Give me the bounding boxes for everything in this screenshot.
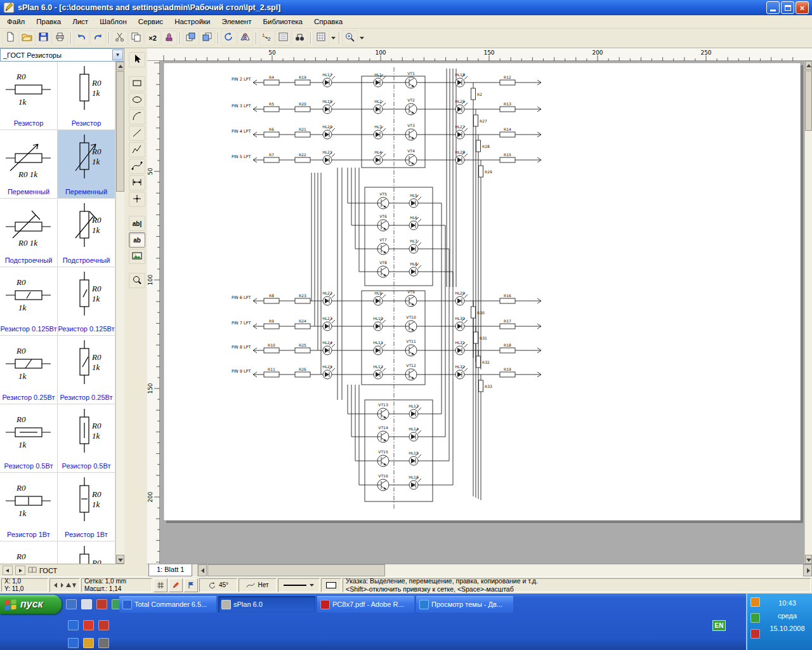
- select-tool[interactable]: [129, 52, 145, 67]
- renumber-button[interactable]: 12: [259, 30, 275, 46]
- duplicate-button[interactable]: ×2: [145, 30, 160, 46]
- quicklaunch-icon-5[interactable]: [68, 620, 79, 630]
- text-tool[interactable]: ab|: [129, 216, 145, 231]
- line-style-selector[interactable]: [278, 578, 320, 592]
- library-item-14[interactable]: R01k: [0, 541, 58, 564]
- quicklaunch-icon-2[interactable]: [81, 599, 92, 609]
- list-button[interactable]: [275, 30, 291, 46]
- fill-style-selector[interactable]: [321, 578, 341, 592]
- quicklaunch-icon-6[interactable]: [83, 620, 94, 630]
- scroll-down-icon[interactable]: [116, 555, 124, 564]
- start-button[interactable]: пуск: [0, 595, 62, 614]
- canvas-vertical-scrollbar[interactable]: [804, 61, 812, 564]
- library-item-1[interactable]: R01kРезистор: [58, 62, 115, 130]
- rotate-button[interactable]: [221, 30, 237, 46]
- quicklaunch-icon-8[interactable]: [68, 638, 79, 648]
- grid-toggle-button[interactable]: [154, 578, 167, 592]
- library-item-4[interactable]: R0 1kПодстроечный: [0, 199, 58, 267]
- nav-pad[interactable]: [49, 578, 80, 592]
- library-item-9[interactable]: R01kРезистор 0.25Вт: [58, 336, 115, 404]
- library-scrollbar[interactable]: [115, 62, 124, 564]
- cut-button[interactable]: [112, 30, 128, 46]
- zoom-button[interactable]: [342, 30, 358, 46]
- library-item-15[interactable]: R01k: [58, 541, 115, 564]
- library-next-button[interactable]: [15, 566, 25, 575]
- rectangle-tool[interactable]: [129, 76, 145, 91]
- textbox-tool[interactable]: ab: [129, 232, 145, 248]
- library-selector[interactable]: _ГОСТ Резисторы: [0, 48, 124, 62]
- undo-button[interactable]: [74, 30, 89, 46]
- print-button[interactable]: [52, 30, 68, 46]
- scroll-up-icon[interactable]: [116, 62, 124, 70]
- library-item-7[interactable]: R01kРезистор 0.125Вт: [58, 267, 115, 336]
- save-button[interactable]: [36, 30, 51, 46]
- sheet-tab[interactable]: 1: Blatt 1: [148, 564, 192, 576]
- menu-element[interactable]: Элемент: [216, 16, 258, 27]
- menu-template[interactable]: Шаблон: [94, 16, 133, 27]
- restore-button[interactable]: [781, 1, 794, 14]
- point-tool[interactable]: [129, 192, 145, 207]
- library-scroll-thumb[interactable]: [116, 71, 124, 192]
- library-item-8[interactable]: R01kРезистор 0.25Вт: [0, 336, 58, 404]
- library-item-11[interactable]: R01kРезистор 0.5Вт: [58, 404, 115, 473]
- scroll-right-icon[interactable]: [803, 564, 812, 576]
- menu-file[interactable]: Файл: [1, 16, 30, 27]
- library-item-10[interactable]: R01kРезистор 0.5Вт: [0, 404, 58, 473]
- menu-service[interactable]: Сервис: [133, 16, 169, 27]
- canvas-vscroll-thumb[interactable]: [805, 70, 812, 131]
- open-button[interactable]: [19, 30, 35, 46]
- scroll-down-icon[interactable]: [805, 555, 812, 564]
- grid-button[interactable]: [313, 30, 329, 46]
- to-front-button[interactable]: [183, 30, 199, 46]
- library-item-12[interactable]: R01kРезистор 1Вт: [0, 473, 58, 541]
- minimize-button[interactable]: [766, 1, 780, 14]
- zoom-dropdown-arrow[interactable]: [358, 30, 365, 46]
- library-item-13[interactable]: R01kРезистор 1Вт: [58, 473, 115, 541]
- menu-library[interactable]: Библиотека: [257, 16, 308, 27]
- taskbar-task-2[interactable]: PC8x7.pdf - Adobe R...: [317, 596, 414, 613]
- arc-tool[interactable]: [129, 109, 145, 124]
- bezier-tool[interactable]: [129, 159, 145, 174]
- canvas-hscroll-thumb[interactable]: [207, 564, 385, 576]
- library-item-0[interactable]: R01kРезистор: [0, 62, 58, 130]
- language-indicator[interactable]: EN: [712, 620, 726, 631]
- to-back-button[interactable]: [199, 30, 215, 46]
- taskbar-task-0[interactable]: Total Commander 6.5...: [119, 596, 216, 613]
- library-prev-button[interactable]: [3, 566, 13, 575]
- quicklaunch-icon-1[interactable]: [66, 599, 77, 609]
- dimension-tool[interactable]: [129, 175, 145, 190]
- library-selector-dropdown-icon[interactable]: [112, 50, 123, 60]
- tray-icon-orange[interactable]: [750, 597, 760, 607]
- new-button[interactable]: [3, 30, 18, 46]
- ellipse-tool[interactable]: [129, 93, 145, 108]
- tray-icon-green[interactable]: [750, 613, 760, 623]
- library-item-6[interactable]: R01kРезистор 0.125Вт: [0, 267, 58, 336]
- library-item-5[interactable]: R01kПодстроечный: [58, 199, 115, 267]
- quicklaunch-icon-7[interactable]: [98, 620, 109, 630]
- menu-settings[interactable]: Настройки: [169, 16, 216, 27]
- mirror-button[interactable]: [237, 30, 253, 46]
- edit-mode-button[interactable]: [169, 578, 183, 592]
- redo-button[interactable]: [90, 30, 106, 46]
- grid-dropdown-arrow[interactable]: [330, 30, 336, 46]
- stamp-button[interactable]: [161, 30, 177, 46]
- line-tool[interactable]: [129, 126, 145, 141]
- rotation-step[interactable]: 45°: [199, 578, 237, 592]
- menu-help[interactable]: Справка: [308, 16, 348, 27]
- polyline-tool[interactable]: [129, 142, 145, 157]
- quicklaunch-icon-9[interactable]: [83, 638, 94, 648]
- quicklaunch-icon-10[interactable]: [98, 638, 109, 648]
- line-ending-selector[interactable]: Нет: [239, 578, 277, 592]
- zoom-tool[interactable]: [129, 273, 145, 288]
- flag-button[interactable]: [184, 578, 198, 592]
- quicklaunch-icon-3[interactable]: [96, 599, 107, 609]
- close-button[interactable]: ×: [796, 1, 809, 14]
- image-tool[interactable]: [129, 249, 145, 264]
- canvas-horizontal-scrollbar[interactable]: [197, 564, 812, 576]
- menu-sheet[interactable]: Лист: [67, 16, 94, 27]
- taskbar-task-1[interactable]: sPlan 6.0: [218, 596, 315, 613]
- menu-edit[interactable]: Правка: [30, 16, 67, 27]
- scroll-left-icon[interactable]: [198, 564, 207, 576]
- scroll-up-icon[interactable]: [805, 61, 812, 70]
- search-button[interactable]: [292, 30, 308, 46]
